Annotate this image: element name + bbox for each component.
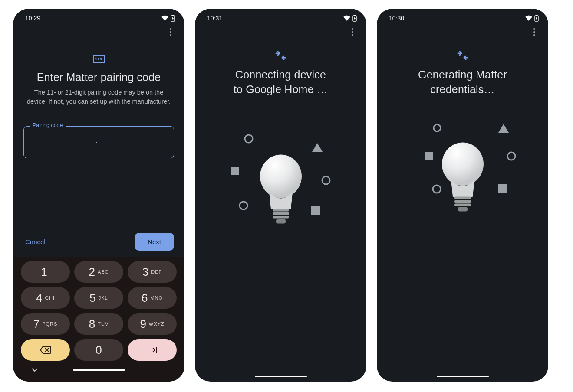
keypad-key-3[interactable]: 3DEF [128,261,177,283]
svg-rect-23 [454,200,471,203]
battery-icon [171,15,175,22]
generating-content: Generating Matter credentials… [377,42,548,376]
text-cursor [96,142,97,143]
svg-rect-3 [354,15,356,16]
svg-rect-17 [425,152,433,160]
gesture-handle[interactable] [73,369,125,371]
page-title: Generating Matter credentials… [387,68,538,97]
page-title: Connecting device to Google Home … [234,68,328,97]
shape-circle-icon [432,123,442,133]
svg-rect-24 [454,203,471,206]
shape-square-icon [231,167,239,175]
keypad-key-7[interactable]: 7PQRS [21,313,70,335]
keypad-backspace[interactable] [21,339,70,361]
battery-icon [352,15,357,22]
wifi-icon [343,15,351,21]
phone-screen-2: 10:31 Connecting device to Google Home … [195,9,366,382]
shape-square-icon [311,206,320,215]
svg-point-6 [322,176,330,184]
keypad-key-4[interactable]: 4GHI [21,287,70,309]
battery-icon [534,15,539,22]
keypad-key-9[interactable]: 9WXYZ [128,313,177,335]
keypad-submit[interactable] [128,339,177,361]
system-nav-bar [377,376,548,382]
svg-rect-1 [172,15,174,16]
shape-triangle-icon [497,123,510,134]
svg-point-4 [245,135,253,143]
overflow-menu-button[interactable] [162,23,179,41]
svg-rect-8 [311,206,320,215]
action-row: Cancel Next [13,233,184,257]
page-title: Enter Matter pairing code [23,71,174,84]
kebab-icon [352,28,353,36]
status-bar: 10:29 [13,9,184,22]
input-label: Pairing code [30,122,66,128]
app-top-bar [377,22,548,42]
status-bar: 10:30 [377,9,548,22]
keypad-key-5[interactable]: 5JKL [74,287,123,309]
shape-triangle-icon [311,142,323,153]
wifi-icon [161,15,169,21]
status-time: 10:29 [25,15,40,22]
code-badge-icon: 123 [93,55,105,63]
shape-square-icon [425,152,433,160]
svg-point-16 [434,124,441,131]
nav-collapse-icon[interactable] [31,366,44,374]
svg-rect-15 [536,15,537,16]
phone-screen-1: 10:29 123 Enter Matter pairing code The … [13,9,184,382]
numeric-keypad: 1 2ABC 3DEF 4GHI 5JKL 6MNO 7PQRS 8TUV 9W… [13,257,184,382]
pair-arrows-icon [455,50,470,61]
next-button[interactable]: Next [135,233,174,251]
svg-rect-13 [276,219,286,223]
status-bar: 10:31 [195,9,366,22]
gesture-handle[interactable] [437,376,489,377]
keypad-key-0[interactable]: 0 [74,339,123,361]
pairing-code-content: 123 Enter Matter pairing code The 11- or… [13,42,184,158]
connecting-content: Connecting device to Google Home … [195,42,366,376]
bulb-graphic [220,131,342,252]
svg-rect-11 [273,212,289,215]
app-top-bar [13,22,184,42]
status-time: 10:30 [389,15,404,22]
keypad-key-2[interactable]: 2ABC [74,261,123,283]
pairing-code-input[interactable]: Pairing code [23,126,174,158]
shape-circle-icon [244,134,254,144]
bulb-graphic [402,123,524,245]
lightbulb-icon [439,141,487,215]
pair-arrows-icon [273,50,288,61]
tab-next-icon [146,346,158,353]
gesture-handle[interactable] [255,376,307,377]
system-nav-bar [195,376,366,382]
keypad-key-1[interactable]: 1 [21,261,70,283]
svg-rect-22 [454,196,471,199]
page-subtitle: The 11- or 21-digit pairing code may be … [23,88,174,106]
status-icons [525,15,539,22]
svg-point-7 [240,202,247,209]
phone-screen-3: 10:30 Generating Matter credentials… [377,9,548,382]
overflow-menu-button[interactable] [344,23,361,41]
app-top-bar [195,22,366,42]
cancel-button[interactable]: Cancel [23,234,47,250]
svg-rect-12 [273,216,289,218]
svg-rect-20 [498,184,507,193]
system-nav-bar [21,365,177,376]
kebab-icon [170,28,171,36]
keypad-key-6[interactable]: 6MNO [128,287,177,309]
svg-rect-10 [273,209,289,211]
status-time: 10:31 [207,15,222,22]
keypad-key-8[interactable]: 8TUV [74,313,123,335]
svg-point-9 [260,154,302,198]
svg-rect-25 [458,207,468,211]
svg-point-18 [507,152,515,160]
shape-square-icon [498,184,507,193]
shape-circle-icon [321,175,331,186]
svg-rect-5 [231,167,239,175]
status-icons [343,15,357,22]
overflow-menu-button[interactable] [526,23,543,41]
lightbulb-icon [257,153,305,227]
backspace-icon [40,346,52,354]
shape-circle-icon [506,151,517,161]
kebab-icon [533,28,535,36]
shape-circle-icon [238,200,249,211]
svg-point-21 [442,142,484,186]
